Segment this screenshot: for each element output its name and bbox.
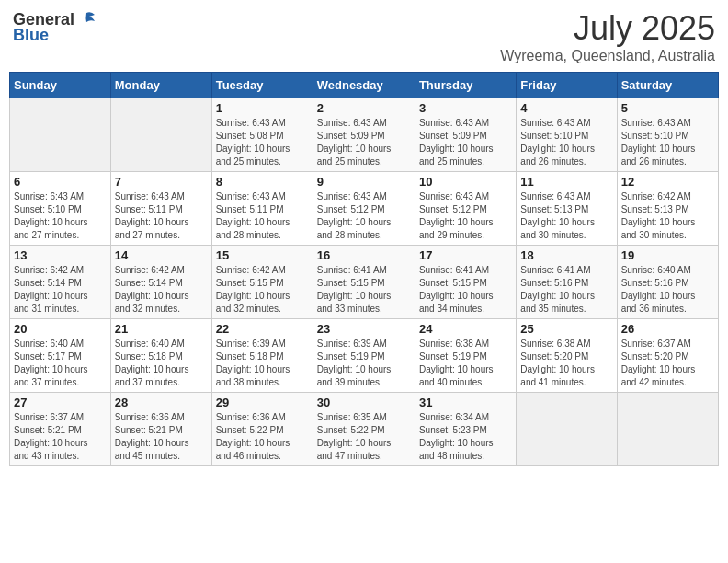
day-number: 7: [115, 175, 208, 189]
day-info: Sunrise: 6:41 AMSunset: 5:15 PMDaylight:…: [317, 264, 411, 316]
column-header-sunday: Sunday: [10, 73, 111, 98]
location-title: Wyreema, Queensland, Australia: [500, 48, 715, 64]
calendar-cell: 24Sunrise: 6:38 AMSunset: 5:19 PMDayligh…: [415, 319, 516, 393]
column-header-wednesday: Wednesday: [313, 73, 415, 98]
day-info: Sunrise: 6:43 AMSunset: 5:11 PMDaylight:…: [115, 190, 208, 242]
day-info: Sunrise: 6:37 AMSunset: 5:21 PMDaylight:…: [14, 411, 107, 463]
calendar-cell: 19Sunrise: 6:40 AMSunset: 5:16 PMDayligh…: [617, 246, 718, 319]
day-info: Sunrise: 6:42 AMSunset: 5:15 PMDaylight:…: [216, 264, 309, 316]
day-number: 27: [14, 396, 107, 409]
day-info: Sunrise: 6:34 AMSunset: 5:23 PMDaylight:…: [419, 411, 512, 463]
day-info: Sunrise: 6:39 AMSunset: 5:19 PMDaylight:…: [317, 338, 411, 389]
calendar-cell: 31Sunrise: 6:34 AMSunset: 5:23 PMDayligh…: [415, 393, 516, 466]
day-info: Sunrise: 6:43 AMSunset: 5:10 PMDaylight:…: [14, 190, 107, 242]
column-header-friday: Friday: [517, 73, 617, 98]
day-info: Sunrise: 6:39 AMSunset: 5:18 PMDaylight:…: [216, 338, 309, 389]
calendar-cell: 10Sunrise: 6:43 AMSunset: 5:12 PMDayligh…: [415, 172, 516, 246]
logo-blue-text: Blue: [13, 26, 49, 45]
page-header: General Blue July 2025 Wyreema, Queensla…: [9, 9, 719, 64]
day-number: 24: [419, 322, 512, 336]
day-info: Sunrise: 6:42 AMSunset: 5:13 PMDaylight:…: [621, 190, 714, 242]
day-info: Sunrise: 6:42 AMSunset: 5:14 PMDaylight:…: [115, 264, 208, 316]
day-info: Sunrise: 6:43 AMSunset: 5:13 PMDaylight:…: [520, 190, 612, 242]
calendar-cell: 20Sunrise: 6:40 AMSunset: 5:17 PMDayligh…: [10, 319, 111, 393]
day-info: Sunrise: 6:36 AMSunset: 5:22 PMDaylight:…: [216, 411, 309, 463]
calendar-cell: [110, 98, 211, 172]
calendar-week-1: 1Sunrise: 6:43 AMSunset: 5:08 PMDaylight…: [10, 98, 719, 172]
month-title: July 2025: [500, 9, 715, 48]
day-info: Sunrise: 6:41 AMSunset: 5:16 PMDaylight:…: [520, 264, 612, 316]
calendar-cell: 9Sunrise: 6:43 AMSunset: 5:12 PMDaylight…: [313, 172, 415, 246]
day-number: 16: [317, 248, 411, 262]
day-number: 19: [621, 248, 714, 262]
day-info: Sunrise: 6:43 AMSunset: 5:12 PMDaylight:…: [419, 190, 512, 242]
calendar-cell: 26Sunrise: 6:37 AMSunset: 5:20 PMDayligh…: [617, 319, 718, 393]
day-number: 15: [216, 248, 309, 262]
day-info: Sunrise: 6:43 AMSunset: 5:09 PMDaylight:…: [419, 117, 512, 168]
calendar-table: SundayMondayTuesdayWednesdayThursdayFrid…: [9, 72, 719, 466]
calendar-cell: 7Sunrise: 6:43 AMSunset: 5:11 PMDaylight…: [110, 172, 211, 246]
logo-bird-icon: [76, 9, 97, 29]
day-number: 12: [621, 175, 714, 189]
day-info: Sunrise: 6:38 AMSunset: 5:19 PMDaylight:…: [419, 338, 512, 389]
day-number: 23: [317, 322, 411, 336]
day-number: 9: [317, 175, 411, 189]
day-number: 17: [419, 248, 512, 262]
calendar-cell: 13Sunrise: 6:42 AMSunset: 5:14 PMDayligh…: [10, 246, 111, 319]
day-number: 10: [419, 175, 512, 189]
day-info: Sunrise: 6:43 AMSunset: 5:10 PMDaylight:…: [621, 117, 714, 168]
calendar-cell: 30Sunrise: 6:35 AMSunset: 5:22 PMDayligh…: [313, 393, 415, 466]
calendar-cell: 12Sunrise: 6:42 AMSunset: 5:13 PMDayligh…: [617, 172, 718, 246]
calendar-cell: [617, 393, 718, 466]
calendar-header-row: SundayMondayTuesdayWednesdayThursdayFrid…: [10, 73, 719, 98]
column-header-monday: Monday: [110, 73, 211, 98]
day-info: Sunrise: 6:43 AMSunset: 5:09 PMDaylight:…: [317, 117, 411, 168]
calendar-cell: 5Sunrise: 6:43 AMSunset: 5:10 PMDaylight…: [617, 98, 718, 172]
column-header-thursday: Thursday: [415, 73, 516, 98]
day-number: 26: [621, 322, 714, 336]
day-number: 25: [520, 322, 612, 336]
day-info: Sunrise: 6:41 AMSunset: 5:15 PMDaylight:…: [419, 264, 512, 316]
day-info: Sunrise: 6:43 AMSunset: 5:10 PMDaylight:…: [520, 117, 612, 168]
day-number: 14: [115, 248, 208, 262]
day-number: 1: [216, 101, 309, 115]
column-header-saturday: Saturday: [617, 73, 718, 98]
day-number: 6: [14, 175, 107, 189]
calendar-cell: 15Sunrise: 6:42 AMSunset: 5:15 PMDayligh…: [211, 246, 313, 319]
calendar-week-2: 6Sunrise: 6:43 AMSunset: 5:10 PMDaylight…: [10, 172, 719, 246]
day-number: 20: [14, 322, 107, 336]
calendar-cell: 23Sunrise: 6:39 AMSunset: 5:19 PMDayligh…: [313, 319, 415, 393]
calendar-cell: 3Sunrise: 6:43 AMSunset: 5:09 PMDaylight…: [415, 98, 516, 172]
day-number: 31: [419, 396, 512, 409]
day-info: Sunrise: 6:38 AMSunset: 5:20 PMDaylight:…: [520, 338, 612, 389]
calendar-cell: 18Sunrise: 6:41 AMSunset: 5:16 PMDayligh…: [517, 246, 617, 319]
calendar-cell: 29Sunrise: 6:36 AMSunset: 5:22 PMDayligh…: [211, 393, 313, 466]
calendar-cell: 1Sunrise: 6:43 AMSunset: 5:08 PMDaylight…: [211, 98, 313, 172]
day-number: 30: [317, 396, 411, 409]
day-info: Sunrise: 6:43 AMSunset: 5:12 PMDaylight:…: [317, 190, 411, 242]
day-number: 11: [520, 175, 612, 189]
day-info: Sunrise: 6:43 AMSunset: 5:08 PMDaylight:…: [216, 117, 309, 168]
day-number: 2: [317, 101, 411, 115]
day-number: 3: [419, 101, 512, 115]
calendar-cell: 17Sunrise: 6:41 AMSunset: 5:15 PMDayligh…: [415, 246, 516, 319]
day-info: Sunrise: 6:37 AMSunset: 5:20 PMDaylight:…: [621, 338, 714, 389]
title-block: July 2025 Wyreema, Queensland, Australia: [500, 9, 715, 64]
calendar-cell: 25Sunrise: 6:38 AMSunset: 5:20 PMDayligh…: [517, 319, 617, 393]
calendar-cell: 11Sunrise: 6:43 AMSunset: 5:13 PMDayligh…: [517, 172, 617, 246]
day-info: Sunrise: 6:43 AMSunset: 5:11 PMDaylight:…: [216, 190, 309, 242]
calendar-week-4: 20Sunrise: 6:40 AMSunset: 5:17 PMDayligh…: [10, 319, 719, 393]
calendar-cell: 4Sunrise: 6:43 AMSunset: 5:10 PMDaylight…: [517, 98, 617, 172]
calendar-week-5: 27Sunrise: 6:37 AMSunset: 5:21 PMDayligh…: [10, 393, 719, 466]
day-number: 28: [115, 396, 208, 409]
calendar-cell: 21Sunrise: 6:40 AMSunset: 5:18 PMDayligh…: [110, 319, 211, 393]
day-number: 29: [216, 396, 309, 409]
calendar-cell: [10, 98, 111, 172]
calendar-cell: 16Sunrise: 6:41 AMSunset: 5:15 PMDayligh…: [313, 246, 415, 319]
calendar-cell: 28Sunrise: 6:36 AMSunset: 5:21 PMDayligh…: [110, 393, 211, 466]
day-number: 5: [621, 101, 714, 115]
day-info: Sunrise: 6:40 AMSunset: 5:18 PMDaylight:…: [115, 338, 208, 389]
calendar-cell: 27Sunrise: 6:37 AMSunset: 5:21 PMDayligh…: [10, 393, 111, 466]
calendar-cell: 8Sunrise: 6:43 AMSunset: 5:11 PMDaylight…: [211, 172, 313, 246]
calendar-week-3: 13Sunrise: 6:42 AMSunset: 5:14 PMDayligh…: [10, 246, 719, 319]
